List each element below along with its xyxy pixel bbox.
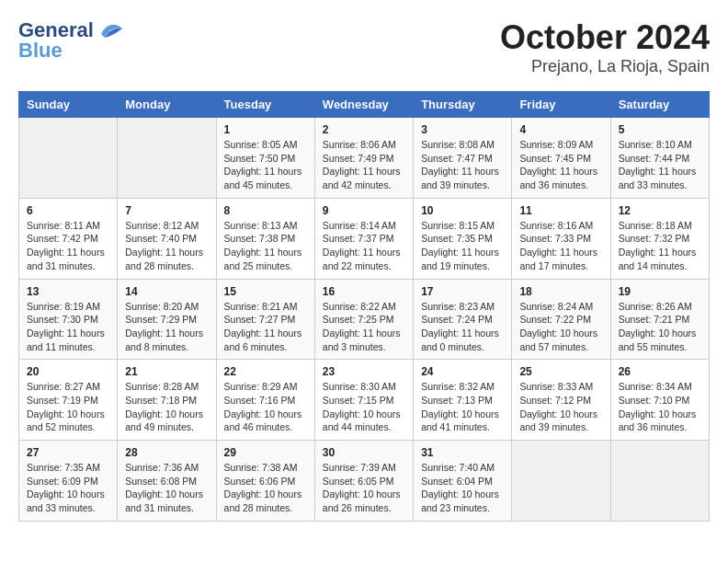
day-info: Sunrise: 8:15 AM Sunset: 7:35 PM Dayligh… xyxy=(421,219,504,273)
weekday-header-friday: Friday xyxy=(512,92,610,118)
day-info: Sunrise: 8:06 AM Sunset: 7:49 PM Dayligh… xyxy=(323,138,405,192)
calendar-cell xyxy=(610,441,709,522)
weekday-header-row: SundayMondayTuesdayWednesdayThursdayFrid… xyxy=(19,92,710,118)
calendar-cell xyxy=(512,441,610,522)
calendar-cell: 2Sunrise: 8:06 AM Sunset: 7:49 PM Daylig… xyxy=(314,118,413,199)
calendar-cell: 22Sunrise: 8:29 AM Sunset: 7:16 PM Dayli… xyxy=(216,360,314,441)
day-info: Sunrise: 8:20 AM Sunset: 7:29 PM Dayligh… xyxy=(125,300,208,354)
day-number: 13 xyxy=(27,285,109,298)
calendar-cell: 29Sunrise: 7:38 AM Sunset: 6:06 PM Dayli… xyxy=(216,441,314,522)
calendar-title-block: October 2024 Prejano, La Rioja, Spain xyxy=(500,18,710,76)
day-info: Sunrise: 8:10 AM Sunset: 7:44 PM Dayligh… xyxy=(619,138,701,192)
calendar-cell: 31Sunrise: 7:40 AM Sunset: 6:04 PM Dayli… xyxy=(414,441,512,522)
day-info: Sunrise: 7:35 AM Sunset: 6:09 PM Dayligh… xyxy=(27,461,109,515)
calendar-cell: 19Sunrise: 8:26 AM Sunset: 7:21 PM Dayli… xyxy=(610,279,709,360)
calendar-table: SundayMondayTuesdayWednesdayThursdayFrid… xyxy=(18,91,710,522)
calendar-week-row: 1Sunrise: 8:05 AM Sunset: 7:50 PM Daylig… xyxy=(19,118,710,199)
calendar-cell xyxy=(118,118,216,199)
day-number: 3 xyxy=(421,123,504,136)
day-number: 21 xyxy=(125,365,208,378)
day-number: 5 xyxy=(619,123,701,136)
day-number: 15 xyxy=(224,285,307,298)
day-number: 28 xyxy=(125,446,208,459)
calendar-week-row: 20Sunrise: 8:27 AM Sunset: 7:19 PM Dayli… xyxy=(19,360,710,441)
day-info: Sunrise: 8:05 AM Sunset: 7:50 PM Dayligh… xyxy=(224,138,307,192)
day-number: 6 xyxy=(27,204,109,217)
day-number: 2 xyxy=(323,123,405,136)
day-info: Sunrise: 8:27 AM Sunset: 7:19 PM Dayligh… xyxy=(27,380,109,434)
calendar-cell: 5Sunrise: 8:10 AM Sunset: 7:44 PM Daylig… xyxy=(610,118,709,199)
weekday-header-saturday: Saturday xyxy=(610,92,709,118)
calendar-location: Prejano, La Rioja, Spain xyxy=(500,57,710,76)
day-number: 18 xyxy=(519,285,602,298)
day-number: 17 xyxy=(421,285,504,298)
day-info: Sunrise: 8:14 AM Sunset: 7:37 PM Dayligh… xyxy=(323,219,405,273)
day-number: 12 xyxy=(619,204,701,217)
calendar-cell: 26Sunrise: 8:34 AM Sunset: 7:10 PM Dayli… xyxy=(610,360,709,441)
day-number: 26 xyxy=(619,365,701,378)
calendar-cell: 6Sunrise: 8:11 AM Sunset: 7:42 PM Daylig… xyxy=(19,198,118,279)
calendar-cell: 16Sunrise: 8:22 AM Sunset: 7:25 PM Dayli… xyxy=(314,279,413,360)
day-number: 23 xyxy=(323,365,405,378)
day-info: Sunrise: 8:33 AM Sunset: 7:12 PM Dayligh… xyxy=(519,380,602,434)
calendar-cell: 20Sunrise: 8:27 AM Sunset: 7:19 PM Dayli… xyxy=(19,360,118,441)
day-info: Sunrise: 8:24 AM Sunset: 7:22 PM Dayligh… xyxy=(519,300,602,354)
day-number: 7 xyxy=(125,204,208,217)
day-info: Sunrise: 8:18 AM Sunset: 7:32 PM Dayligh… xyxy=(619,219,701,273)
day-number: 14 xyxy=(125,285,208,298)
calendar-cell: 3Sunrise: 8:08 AM Sunset: 7:47 PM Daylig… xyxy=(414,118,512,199)
day-info: Sunrise: 8:09 AM Sunset: 7:45 PM Dayligh… xyxy=(519,138,602,192)
calendar-cell: 14Sunrise: 8:20 AM Sunset: 7:29 PM Dayli… xyxy=(118,279,216,360)
calendar-cell: 27Sunrise: 7:35 AM Sunset: 6:09 PM Dayli… xyxy=(19,441,118,522)
calendar-cell: 4Sunrise: 8:09 AM Sunset: 7:45 PM Daylig… xyxy=(512,118,610,199)
calendar-cell: 12Sunrise: 8:18 AM Sunset: 7:32 PM Dayli… xyxy=(610,198,709,279)
calendar-cell: 28Sunrise: 7:36 AM Sunset: 6:08 PM Dayli… xyxy=(118,441,216,522)
day-number: 27 xyxy=(27,446,109,459)
day-info: Sunrise: 8:11 AM Sunset: 7:42 PM Dayligh… xyxy=(27,219,109,273)
calendar-cell: 17Sunrise: 8:23 AM Sunset: 7:24 PM Dayli… xyxy=(414,279,512,360)
day-info: Sunrise: 8:13 AM Sunset: 7:38 PM Dayligh… xyxy=(224,219,307,273)
day-info: Sunrise: 8:28 AM Sunset: 7:18 PM Dayligh… xyxy=(125,380,208,434)
weekday-header-monday: Monday xyxy=(118,92,216,118)
day-number: 22 xyxy=(224,365,307,378)
day-number: 30 xyxy=(323,446,405,459)
day-info: Sunrise: 8:29 AM Sunset: 7:16 PM Dayligh… xyxy=(224,380,307,434)
day-number: 19 xyxy=(619,285,701,298)
calendar-week-row: 13Sunrise: 8:19 AM Sunset: 7:30 PM Dayli… xyxy=(19,279,710,360)
weekday-header-wednesday: Wednesday xyxy=(314,92,413,118)
day-info: Sunrise: 8:08 AM Sunset: 7:47 PM Dayligh… xyxy=(421,138,504,192)
day-info: Sunrise: 8:34 AM Sunset: 7:10 PM Dayligh… xyxy=(619,380,701,434)
calendar-cell: 1Sunrise: 8:05 AM Sunset: 7:50 PM Daylig… xyxy=(216,118,314,199)
day-info: Sunrise: 8:23 AM Sunset: 7:24 PM Dayligh… xyxy=(421,300,504,354)
day-number: 11 xyxy=(519,204,602,217)
day-number: 29 xyxy=(224,446,307,459)
weekday-header-tuesday: Tuesday xyxy=(216,92,314,118)
calendar-week-row: 6Sunrise: 8:11 AM Sunset: 7:42 PM Daylig… xyxy=(19,198,710,279)
day-info: Sunrise: 8:19 AM Sunset: 7:30 PM Dayligh… xyxy=(27,300,109,354)
weekday-header-thursday: Thursday xyxy=(414,92,512,118)
calendar-cell: 10Sunrise: 8:15 AM Sunset: 7:35 PM Dayli… xyxy=(414,198,512,279)
calendar-cell: 7Sunrise: 8:12 AM Sunset: 7:40 PM Daylig… xyxy=(118,198,216,279)
day-number: 8 xyxy=(224,204,307,217)
calendar-week-row: 27Sunrise: 7:35 AM Sunset: 6:09 PM Dayli… xyxy=(19,441,710,522)
day-info: Sunrise: 8:30 AM Sunset: 7:15 PM Dayligh… xyxy=(323,380,405,434)
calendar-cell: 15Sunrise: 8:21 AM Sunset: 7:27 PM Dayli… xyxy=(216,279,314,360)
day-number: 16 xyxy=(323,285,405,298)
day-number: 9 xyxy=(323,204,405,217)
day-info: Sunrise: 7:38 AM Sunset: 6:06 PM Dayligh… xyxy=(224,461,307,515)
day-info: Sunrise: 7:39 AM Sunset: 6:05 PM Dayligh… xyxy=(323,461,405,515)
calendar-month-year: October 2024 xyxy=(500,18,710,57)
day-info: Sunrise: 8:12 AM Sunset: 7:40 PM Dayligh… xyxy=(125,219,208,273)
day-number: 10 xyxy=(421,204,504,217)
logo: General Blue xyxy=(18,18,123,63)
day-info: Sunrise: 8:22 AM Sunset: 7:25 PM Dayligh… xyxy=(323,300,405,354)
calendar-cell: 11Sunrise: 8:16 AM Sunset: 7:33 PM Dayli… xyxy=(512,198,610,279)
day-info: Sunrise: 8:16 AM Sunset: 7:33 PM Dayligh… xyxy=(519,219,602,273)
calendar-cell: 13Sunrise: 8:19 AM Sunset: 7:30 PM Dayli… xyxy=(19,279,118,360)
calendar-cell: 21Sunrise: 8:28 AM Sunset: 7:18 PM Dayli… xyxy=(118,360,216,441)
day-number: 4 xyxy=(519,123,602,136)
day-number: 1 xyxy=(224,123,307,136)
day-number: 20 xyxy=(27,365,109,378)
logo-bird-icon xyxy=(97,21,123,40)
day-info: Sunrise: 8:32 AM Sunset: 7:13 PM Dayligh… xyxy=(421,380,504,434)
